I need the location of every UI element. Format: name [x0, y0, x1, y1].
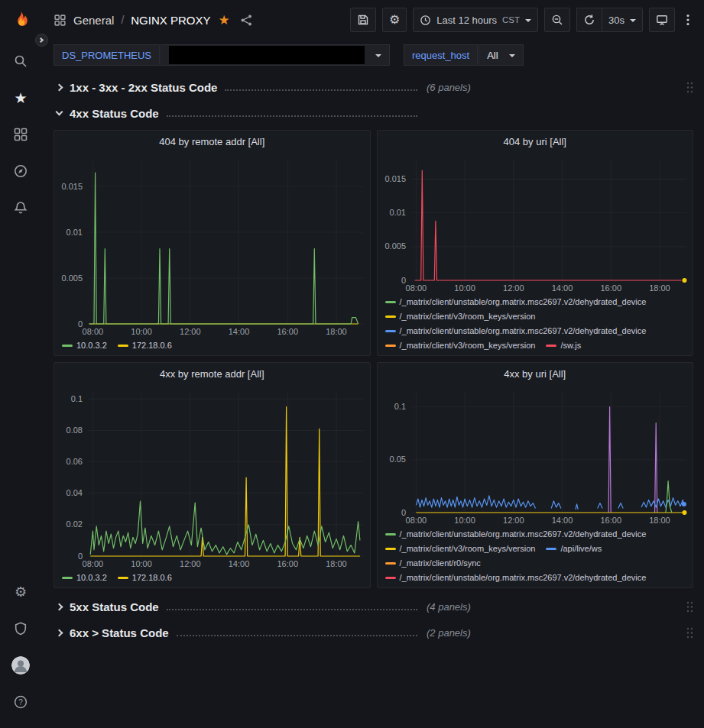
legend-label: /_matrix/client/v3/room_keys/version [400, 339, 536, 351]
dashboards-icon[interactable] [0, 116, 41, 153]
user-avatar[interactable] [0, 647, 41, 684]
svg-text:0: 0 [78, 319, 83, 328]
dotted-leader [177, 635, 417, 636]
panel-title[interactable]: 404 by remote addr [All] [54, 131, 370, 153]
time-series-chart[interactable]: 08:0010:0012:0014:0016:0018:0000.050.1 [378, 385, 693, 526]
refresh-interval-picker[interactable]: 30s [602, 8, 643, 32]
svg-text:0.01: 0.01 [389, 208, 405, 217]
legend: /_matrix/client/unstable/org.matrix.msc2… [378, 294, 693, 355]
search-icon[interactable] [0, 43, 41, 79]
row-toggle[interactable]: 5xx Status Code [54, 600, 419, 613]
starred-dashboards-icon[interactable]: ★ [0, 79, 41, 116]
share-icon[interactable] [240, 14, 253, 27]
legend-label: 172.18.0.6 [132, 571, 172, 584]
row-toggle[interactable]: 6xx > Status Code [54, 626, 419, 639]
svg-text:0: 0 [401, 508, 405, 517]
panel: 404 by uri [All]08:0010:0012:0014:0016:0… [377, 130, 694, 356]
explore-compass-icon[interactable] [0, 153, 41, 189]
svg-text:14:00: 14:00 [551, 516, 573, 525]
svg-text:08:00: 08:00 [405, 516, 427, 525]
panel-title[interactable]: 4xx by remote addr [All] [54, 363, 370, 385]
time-range-picker[interactable]: Last 12 hours CST [413, 8, 538, 32]
legend-item[interactable]: /_matrix/client/unstable/org.matrix.msc2… [385, 571, 647, 584]
svg-text:0.1: 0.1 [394, 402, 405, 411]
legend-label: 172.18.0.6 [132, 339, 172, 351]
time-series-chart[interactable]: 08:0010:0012:0014:0016:0018:0000.0050.01… [54, 153, 370, 338]
help-icon[interactable]: ? [0, 684, 41, 720]
legend-item[interactable]: 172.18.0.6 [118, 571, 172, 584]
svg-text:08:00: 08:00 [405, 283, 427, 293]
time-series-chart[interactable]: 08:0010:0012:0014:0016:0018:0000.020.040… [54, 385, 370, 570]
legend-item[interactable]: 10.0.3.2 [62, 571, 107, 584]
row-drag-handle[interactable] [686, 82, 693, 93]
svg-text:12:00: 12:00 [180, 327, 201, 336]
save-dashboard-button[interactable] [350, 8, 376, 32]
server-admin-shield-icon[interactable] [0, 610, 41, 647]
datasource-select[interactable] [161, 44, 390, 66]
more-options-button[interactable] [681, 8, 695, 32]
dashboard-row-1xx-3xx-2xx: 1xx - 3xx - 2xx Status Code (6 panels) [54, 76, 693, 98]
tv-mode-button[interactable] [649, 8, 675, 32]
legend-swatch [385, 330, 396, 332]
svg-text:12:00: 12:00 [503, 283, 524, 293]
legend-item[interactable]: /sw.js [546, 339, 581, 351]
dashboard-content: 1xx - 3xx - 2xx Status Code (6 panels) 4… [41, 70, 704, 728]
panel-title[interactable]: 4xx by uri [All] [378, 363, 693, 385]
legend-swatch [546, 345, 556, 347]
row-title: 6xx > Status Code [70, 626, 169, 639]
legend-item[interactable]: 10.0.3.2 [62, 339, 107, 351]
legend-label: /_matrix/client/r0/sync [400, 557, 481, 569]
legend-swatch [118, 577, 128, 579]
zoom-out-button[interactable] [544, 8, 570, 32]
svg-text:12:00: 12:00 [180, 559, 201, 568]
svg-text:18:00: 18:00 [326, 559, 347, 568]
legend-item[interactable]: /_matrix/client/v3/room_keys/version [385, 310, 536, 322]
row-drag-handle[interactable] [686, 601, 693, 613]
legend-item[interactable]: /api/live/ws [546, 542, 602, 555]
breadcrumb-folder[interactable]: General [73, 14, 114, 27]
legend-item[interactable]: /_matrix/client/unstable/org.matrix.msc2… [385, 296, 647, 308]
panel-title[interactable]: 404 by uri [All] [378, 131, 693, 153]
panel: 404 by remote addr [All]08:0010:0012:001… [54, 130, 371, 356]
chevron-down-icon [56, 108, 63, 116]
dashboard-title[interactable]: NGINX PROXY [131, 14, 210, 27]
svg-text:16:00: 16:00 [600, 283, 621, 293]
svg-text:08:00: 08:00 [83, 559, 104, 568]
refresh-button[interactable] [576, 8, 602, 32]
svg-text:0.005: 0.005 [384, 241, 406, 251]
svg-text:0.005: 0.005 [61, 273, 83, 283]
svg-text:18:00: 18:00 [326, 327, 347, 336]
svg-text:0.1: 0.1 [71, 394, 83, 403]
legend-item[interactable]: /_matrix/client/r0/sync [385, 557, 481, 569]
legend-item[interactable]: /_matrix/client/unstable/org.matrix.msc2… [385, 528, 647, 540]
svg-text:18:00: 18:00 [649, 283, 670, 293]
variables-bar: DS_PROMETHEUS request_host All [41, 40, 704, 70]
legend-label: /_matrix/client/v3/room_keys/version [400, 310, 536, 322]
row-title: 4xx Status Code [70, 107, 159, 120]
kebab-icon [686, 14, 689, 26]
panel: 4xx by remote addr [All]08:0010:0012:001… [54, 362, 371, 588]
apps-grid-icon[interactable] [54, 14, 67, 27]
row-toggle[interactable]: 4xx Status Code [54, 107, 419, 120]
legend-swatch [118, 345, 128, 347]
sidebar-expand-button[interactable] [35, 34, 48, 47]
svg-text:10:00: 10:00 [454, 283, 475, 293]
legend-item[interactable]: 172.18.0.6 [118, 339, 172, 351]
settings-gear-icon[interactable]: ⚙ [0, 574, 41, 610]
dotted-leader [167, 609, 417, 610]
variable-label: DS_PROMETHEUS [54, 44, 160, 66]
legend-item[interactable]: /_matrix/client/unstable/org.matrix.msc2… [385, 325, 647, 337]
favorite-star-icon[interactable]: ★ [218, 14, 229, 27]
svg-text:18:00: 18:00 [649, 516, 670, 525]
row-toggle[interactable]: 1xx - 3xx - 2xx Status Code [54, 81, 419, 94]
alerting-bell-icon[interactable] [0, 189, 41, 226]
row-drag-handle[interactable] [686, 627, 693, 639]
chevron-down-icon [509, 54, 515, 57]
request-host-select[interactable]: All [479, 44, 523, 66]
legend-item[interactable]: /_matrix/client/v3/room_keys/version [385, 339, 536, 351]
legend-item[interactable]: /_matrix/client/v3/room_keys/version [385, 542, 536, 555]
svg-text:14:00: 14:00 [229, 559, 250, 568]
dashboard-settings-button[interactable]: ⚙ [382, 8, 407, 32]
time-series-chart[interactable]: 08:0010:0012:0014:0016:0018:0000.0050.01… [378, 153, 693, 294]
grafana-logo[interactable] [7, 8, 34, 35]
